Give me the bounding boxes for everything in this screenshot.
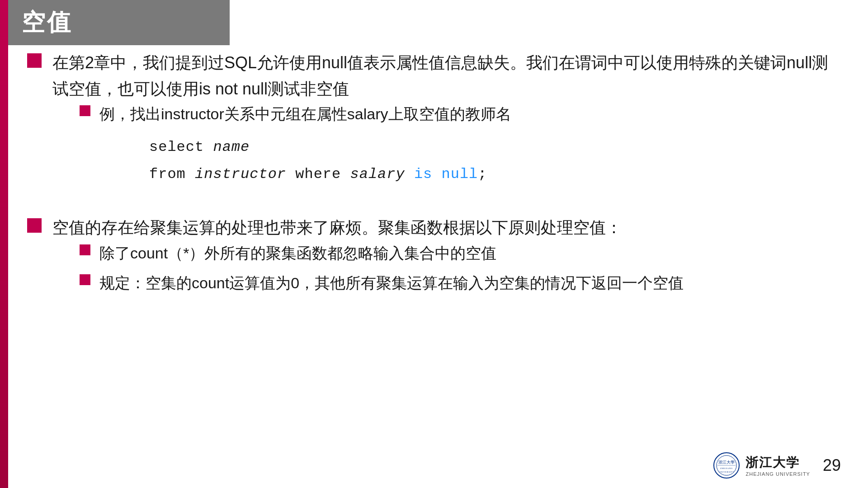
bullet-section-1: 在第2章中，我们提到过SQL允许使用null值表示属性值信息缺失。我们在谓词中可… bbox=[27, 50, 841, 197]
zju-name-english: ZHEJIANG UNIVERSITY bbox=[745, 471, 810, 477]
bullet-square-1 bbox=[27, 53, 42, 68]
svg-text:ZHEJIANG: ZHEJIANG bbox=[720, 467, 733, 469]
code-name-italic: name bbox=[213, 139, 250, 155]
bullet-square-2 bbox=[27, 218, 42, 233]
sub-bullet-square-2-2 bbox=[80, 274, 90, 285]
bullet-section-2: 空值的存在给聚集运算的处理也带来了麻烦。聚集函数根据以下原则处理空值： 除了co… bbox=[27, 215, 841, 300]
code-salary-italic: salary bbox=[350, 166, 405, 183]
zju-emblem-icon: 浙江大學 ZHEJIANG UNIVERSITY bbox=[713, 452, 740, 479]
zju-logo: 浙江大學 ZHEJIANG UNIVERSITY 浙江大学 ZHEJIANG U… bbox=[713, 452, 810, 479]
main-content: 在第2章中，我们提到过SQL允许使用null值表示属性值信息缺失。我们在谓词中可… bbox=[27, 50, 841, 452]
code-block: select name from instructor where salary… bbox=[149, 134, 841, 189]
code-from-keyword: from bbox=[149, 166, 195, 183]
code-select-keyword: select bbox=[149, 139, 213, 155]
code-semicolon: ; bbox=[478, 166, 487, 183]
sub-bullet-text-2-1: 除了count（*）外所有的聚集函数都忽略输入集合中的空值 bbox=[99, 241, 841, 265]
code-instructor-italic: instructor bbox=[195, 166, 286, 183]
sub-bullet-row-2-1: 除了count（*）外所有的聚集函数都忽略输入集合中的空值 bbox=[80, 241, 841, 265]
sub-bullet-text-1: 例，找出instructor关系中元组在属性salary上取空值的教师名 bbox=[99, 102, 841, 126]
code-where-keyword: where bbox=[286, 166, 350, 183]
bullet-text-2: 空值的存在给聚集运算的处理也带来了麻烦。聚集函数根据以下原则处理空值： bbox=[52, 215, 841, 241]
page-number: 29 bbox=[823, 456, 841, 475]
sub-bullet-row-2-2: 规定：空集的count运算值为0，其他所有聚集运算在输入为空集的情况下返回一个空… bbox=[80, 271, 841, 295]
slide-title: 空值 bbox=[22, 7, 72, 38]
left-accent-bar bbox=[0, 0, 8, 488]
zju-text-block: 浙江大学 ZHEJIANG UNIVERSITY bbox=[745, 454, 810, 477]
sub-bullet-row-1: 例，找出instructor关系中元组在属性salary上取空值的教师名 sel… bbox=[80, 102, 841, 192]
sub-bullet-square-1 bbox=[80, 105, 90, 116]
code-line-1: select name bbox=[149, 134, 841, 161]
sub-section-1: 例，找出instructor关系中元组在属性salary上取空值的教师名 sel… bbox=[80, 102, 841, 192]
bullet-text-1: 在第2章中，我们提到过SQL允许使用null值表示属性值信息缺失。我们在谓词中可… bbox=[52, 50, 841, 102]
svg-text:UNIVERSITY: UNIVERSITY bbox=[719, 471, 735, 473]
page-footer: 浙江大學 ZHEJIANG UNIVERSITY 浙江大学 ZHEJIANG U… bbox=[713, 452, 841, 479]
zju-name-chinese: 浙江大学 bbox=[745, 454, 800, 471]
sub-section-2-1: 除了count（*）外所有的聚集函数都忽略输入集合中的空值 规定：空集的coun… bbox=[80, 241, 841, 296]
svg-text:浙江大學: 浙江大學 bbox=[718, 460, 735, 465]
title-bar: 空值 bbox=[8, 0, 230, 45]
code-is-null-blue: is null bbox=[405, 166, 478, 183]
code-line-2: from instructor where salary is null; bbox=[149, 161, 841, 188]
sub-bullet-text-2-2: 规定：空集的count运算值为0，其他所有聚集运算在输入为空集的情况下返回一个空… bbox=[99, 271, 841, 295]
sub-bullet-square-2-1 bbox=[80, 244, 90, 255]
